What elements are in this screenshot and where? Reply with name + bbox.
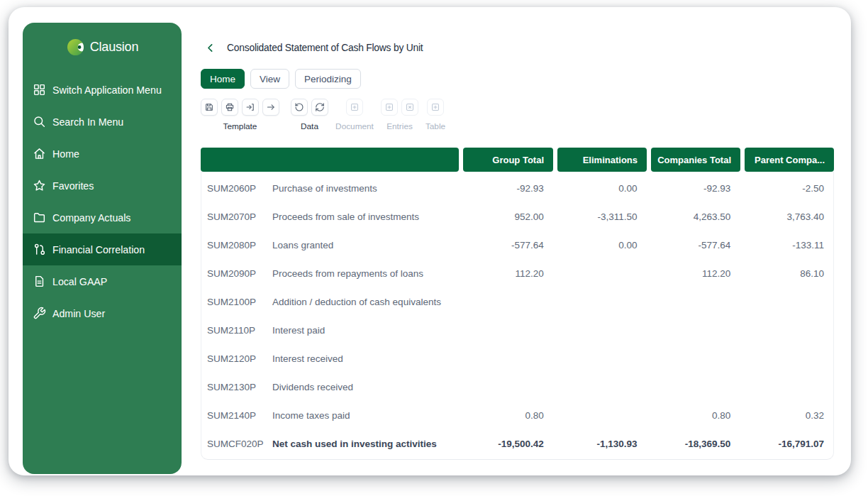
document-icon: [33, 275, 46, 288]
sidebar-item-company-actuals[interactable]: Company Actuals: [23, 202, 182, 233]
logo: Clausion: [23, 38, 182, 57]
tab-view[interactable]: View: [250, 69, 289, 89]
row-code: SUM2080P: [201, 240, 272, 250]
table-row-sum2090p[interactable]: SUM2090PProceeds from repayments of loan…: [201, 259, 833, 287]
document-add-square-button: [346, 99, 363, 116]
sidebar-item-admin-user[interactable]: Admin User: [23, 297, 182, 329]
row-value: 0.80: [463, 410, 553, 421]
toolbar: TemplateDataDocumentEntriesTable: [201, 99, 697, 138]
back-button[interactable]: [204, 42, 216, 54]
sidebar-item-financial-correlation[interactable]: Financial Correlation: [23, 233, 182, 265]
folder-icon: [33, 211, 46, 224]
toolbar-group-label: Table: [425, 121, 445, 131]
table-row-sum2120p[interactable]: SUM2120PInterest received: [201, 344, 833, 373]
sidebar-item-local-gaap[interactable]: Local GAAP: [23, 265, 182, 297]
remove-square-icon: [405, 102, 415, 112]
row-value: 112.20: [651, 268, 740, 279]
data-table: Group TotalEliminationsCompanies TotalPa…: [201, 148, 834, 460]
row-value: -2.50: [744, 183, 833, 194]
template-import-button[interactable]: [242, 99, 259, 116]
row-code: SUM2110P: [201, 325, 272, 336]
sidebar-item-favorites[interactable]: Favorites: [23, 170, 182, 202]
table-row-sum2140p[interactable]: SUM2140PIncome taxes paid0.800.800.32: [201, 401, 833, 429]
template-arrow-right-button[interactable]: [262, 99, 279, 116]
sidebar-item-switch-application-menu[interactable]: Switch Application Menu: [23, 74, 182, 106]
row-description: Purchase of investments: [272, 183, 377, 194]
undo-icon: [294, 102, 304, 112]
table-row-sum2060p[interactable]: SUM2060PPurchase of investments-92.930.0…: [201, 174, 833, 202]
toolbar-group-label: Template: [223, 121, 257, 131]
sidebar-item-label: Switch Application Menu: [52, 84, 162, 96]
page-header: Consolidated Statement of Cash Flows by …: [204, 42, 423, 54]
row-value: 112.20: [463, 268, 553, 279]
row-code: SUM2120P: [201, 353, 272, 364]
row-description: Addition / deduction of cash equivalents: [272, 297, 441, 307]
template-print-button[interactable]: [221, 99, 238, 116]
row-value: 0.00: [557, 183, 647, 194]
row-value: -92.93: [651, 183, 740, 194]
table-row-sum2080p[interactable]: SUM2080PLoans granted-577.640.00-577.64-…: [201, 231, 833, 259]
column-header-parent-compa: Parent Compa...: [745, 148, 834, 172]
table-add-square-button: [427, 99, 444, 116]
row-value: 0.32: [744, 410, 833, 421]
row-description: Proceeds from sale of investments: [272, 211, 419, 222]
toolbar-group-label: Document: [335, 121, 374, 131]
row-description: Interest received: [272, 353, 343, 364]
row-description: Income taxes paid: [272, 410, 350, 421]
data-redo-button[interactable]: [311, 99, 328, 116]
toolbar-group-template: Template: [201, 99, 279, 116]
app-window: Clausion Switch Application MenuSearch I…: [9, 7, 851, 475]
toolbar-group-label: Data: [301, 121, 318, 131]
page-title: Consolidated Statement of Cash Flows by …: [227, 43, 423, 53]
row-value: -19,500.42: [463, 439, 553, 449]
row-value: 0.80: [651, 410, 740, 421]
row-value: -18,369.50: [651, 439, 740, 449]
toolbar-group-document: Document: [346, 99, 363, 116]
row-code: SUM2090P: [201, 268, 272, 279]
row-description: Interest paid: [272, 325, 325, 336]
add-square-icon: [430, 102, 440, 112]
sidebar-item-label: Local GAAP: [52, 276, 107, 287]
sidebar-item-home[interactable]: Home: [23, 138, 182, 170]
tab-home[interactable]: Home: [201, 69, 245, 89]
search-icon: [33, 115, 46, 128]
clausion-logo-icon: [66, 38, 85, 57]
row-value: 952.00: [463, 211, 553, 222]
row-code: SUM2130P: [201, 382, 272, 392]
sidebar-item-label: Financial Correlation: [52, 244, 145, 255]
column-header-group-total: Group Total: [463, 148, 553, 172]
row-description: Dividends received: [272, 382, 353, 392]
table-row-sumcf020p[interactable]: SUMCF020PNet cash used in investing acti…: [201, 429, 833, 458]
tab-periodizing[interactable]: Periodizing: [295, 69, 361, 89]
table-row-sum2130p[interactable]: SUM2130PDividends received: [201, 373, 833, 401]
table-row-sum2100p[interactable]: SUM2100PAddition / deduction of cash equ…: [201, 287, 833, 316]
correlation-icon: [33, 243, 46, 256]
sidebar-item-label: Favorites: [52, 180, 94, 192]
sidebar-item-search-in-menu[interactable]: Search In Menu: [23, 106, 182, 138]
column-header-companies-total: Companies Total: [651, 148, 740, 172]
table-row-sum2110p[interactable]: SUM2110PInterest paid: [201, 316, 833, 344]
table-row-sum2070p[interactable]: SUM2070PProceeds from sale of investment…: [201, 202, 833, 231]
sidebar-item-label: Home: [52, 148, 79, 160]
import-icon: [245, 102, 255, 112]
save-icon: [204, 102, 214, 112]
template-save-button[interactable]: [201, 99, 218, 116]
data-undo-button[interactable]: [291, 99, 308, 116]
redo-icon: [315, 102, 325, 112]
toolbar-group-label: Entries: [386, 121, 413, 131]
row-value: -92.93: [463, 183, 553, 194]
star-icon: [33, 179, 46, 192]
row-code: SUMCF020P: [201, 439, 272, 449]
toolbar-group-entries: Entries: [381, 99, 418, 116]
toolbar-group-table: Table: [427, 99, 444, 116]
row-value: -577.64: [651, 240, 740, 250]
row-value: 86.10: [744, 268, 833, 279]
sidebar-item-label: Search In Menu: [52, 116, 123, 128]
arrow-right-icon: [266, 102, 276, 112]
home-icon: [33, 147, 46, 160]
entries-add-square-button: [381, 99, 398, 116]
sidebar-menu: Switch Application MenuSearch In MenuHom…: [23, 74, 182, 329]
table-body: SUM2060PPurchase of investments-92.930.0…: [201, 172, 834, 460]
row-description: Net cash used in investing activities: [272, 439, 437, 449]
row-code: SUM2140P: [201, 410, 272, 421]
